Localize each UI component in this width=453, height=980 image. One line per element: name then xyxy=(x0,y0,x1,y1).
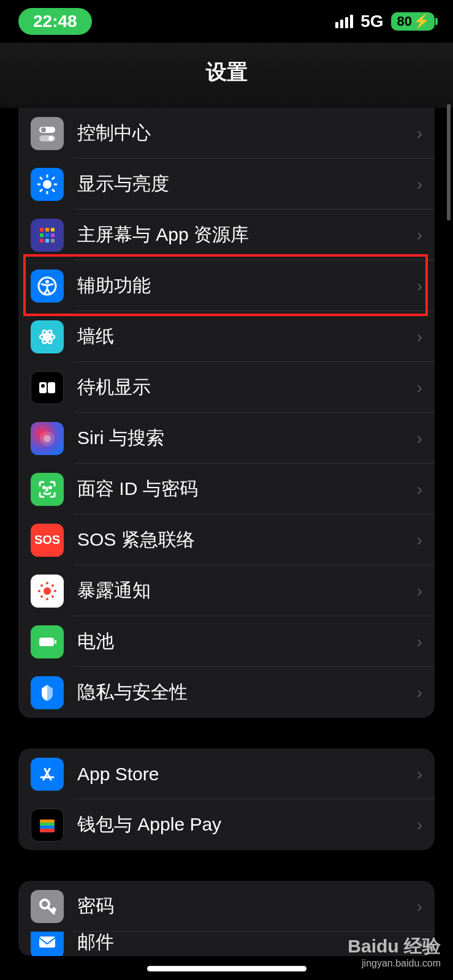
chevron-right-icon: › xyxy=(417,897,422,916)
settings-row-home-screen[interactable]: 主屏幕与 App 资源库› xyxy=(18,209,435,260)
settings-row-siri[interactable]: Siri 与搜索› xyxy=(18,413,435,464)
chevron-right-icon: › xyxy=(417,175,422,194)
home-screen-icon xyxy=(31,219,64,252)
svg-point-32 xyxy=(44,435,51,442)
settings-row-label: SOS 紧急联络 xyxy=(77,527,417,552)
settings-row-accessibility[interactable]: 辅助功能› xyxy=(18,260,435,311)
svg-line-12 xyxy=(40,189,42,192)
svg-point-4 xyxy=(43,180,51,189)
siri-icon xyxy=(31,422,64,455)
network-label: 5G xyxy=(360,12,383,31)
faceid-icon xyxy=(31,473,64,506)
settings-row-wallpaper[interactable]: 墙纸› xyxy=(18,311,435,362)
settings-group: App Store›钱包与 Apple Pay› xyxy=(18,748,435,850)
settings-row-battery[interactable]: 电池› xyxy=(18,616,435,667)
status-time: 22:48 xyxy=(18,8,92,35)
svg-point-41 xyxy=(51,584,54,587)
brightness-icon xyxy=(31,168,64,201)
settings-row-appstore[interactable]: App Store› xyxy=(18,748,435,799)
control-center-icon xyxy=(31,117,64,150)
svg-rect-52 xyxy=(40,829,55,832)
svg-rect-44 xyxy=(39,638,54,646)
settings-row-exposure[interactable]: 暴露通知› xyxy=(18,565,435,616)
status-right: 5G 80⚡ xyxy=(335,12,435,31)
chevron-right-icon: › xyxy=(417,276,422,296)
svg-rect-13 xyxy=(40,228,44,232)
svg-point-38 xyxy=(38,590,40,592)
settings-row-label: Siri 与搜索 xyxy=(77,426,417,451)
svg-point-34 xyxy=(50,486,51,488)
watermark: Baidu 经验 jingyan.baidu.com xyxy=(348,935,441,969)
settings-row-privacy[interactable]: 隐私与安全性› xyxy=(18,667,435,718)
svg-line-11 xyxy=(52,177,55,179)
battery-icon: 80⚡ xyxy=(391,12,435,31)
mail-icon xyxy=(31,932,64,956)
svg-rect-19 xyxy=(40,239,44,243)
wallet-icon xyxy=(31,809,64,842)
svg-point-3 xyxy=(48,136,53,141)
standby-icon xyxy=(31,371,64,404)
settings-row-label: 面容 ID 与密码 xyxy=(77,477,417,502)
svg-line-9 xyxy=(40,177,42,179)
svg-rect-16 xyxy=(40,233,44,237)
settings-row-label: 密码 xyxy=(77,894,417,919)
svg-rect-14 xyxy=(45,228,49,232)
chevron-right-icon: › xyxy=(417,815,422,835)
svg-rect-30 xyxy=(48,382,55,393)
chevron-right-icon: › xyxy=(417,378,422,398)
home-indicator[interactable] xyxy=(147,966,306,971)
svg-point-29 xyxy=(41,384,45,388)
settings-row-label: 待机显示 xyxy=(77,375,417,400)
settings-row-label: 墙纸 xyxy=(77,324,417,349)
page-header: 设置 xyxy=(0,43,453,108)
wallpaper-icon xyxy=(31,320,64,353)
svg-point-39 xyxy=(54,590,56,592)
settings-row-wallet[interactable]: 钱包与 Apple Pay› xyxy=(18,799,435,850)
settings-row-label: App Store xyxy=(77,764,417,785)
signal-icon xyxy=(335,15,353,28)
svg-point-43 xyxy=(51,595,54,598)
exposure-icon xyxy=(31,575,64,608)
chevron-right-icon: › xyxy=(417,632,422,652)
svg-rect-21 xyxy=(51,239,55,243)
settings-row-label: 主屏幕与 App 资源库 xyxy=(77,222,417,247)
settings-row-passwords[interactable]: 密码› xyxy=(18,881,435,932)
settings-row-sos[interactable]: SOSSOS 紧急联络› xyxy=(18,514,435,565)
svg-rect-17 xyxy=(45,233,49,237)
svg-rect-54 xyxy=(39,937,55,948)
svg-point-33 xyxy=(44,486,45,488)
settings-row-label: 辅助功能 xyxy=(77,273,417,298)
svg-point-1 xyxy=(41,127,46,132)
chevron-right-icon: › xyxy=(417,225,422,245)
settings-row-label: 钱包与 Apple Pay xyxy=(77,812,417,837)
status-bar: 22:48 5G 80⚡ xyxy=(0,0,453,43)
settings-row-faceid[interactable]: 面容 ID 与密码› xyxy=(18,464,435,514)
svg-point-40 xyxy=(40,584,43,587)
settings-row-label: 电池 xyxy=(77,629,417,654)
settings-row-label: 暴露通知 xyxy=(77,578,417,603)
privacy-icon xyxy=(31,676,64,709)
settings-row-standby[interactable]: 待机显示› xyxy=(18,362,435,413)
settings-row-label: 显示与亮度 xyxy=(77,172,417,197)
svg-line-10 xyxy=(52,189,55,192)
settings-row-control-center[interactable]: 控制中心› xyxy=(18,108,435,159)
battery-icon xyxy=(31,625,64,658)
sos-icon: SOS xyxy=(31,524,64,557)
svg-point-35 xyxy=(44,587,51,595)
scrollbar[interactable] xyxy=(447,104,451,221)
chevron-right-icon: › xyxy=(417,124,422,143)
appstore-icon xyxy=(31,758,64,791)
svg-point-37 xyxy=(46,598,48,600)
chevron-right-icon: › xyxy=(417,530,422,550)
svg-rect-45 xyxy=(55,640,56,644)
svg-point-23 xyxy=(45,280,49,284)
accessibility-icon xyxy=(31,270,64,303)
settings-group: 控制中心›显示与亮度›主屏幕与 App 资源库›辅助功能›墙纸›待机显示›Sir… xyxy=(18,108,435,718)
passwords-icon xyxy=(31,890,64,923)
chevron-right-icon: › xyxy=(417,764,422,784)
page-title: 设置 xyxy=(0,58,453,86)
svg-rect-20 xyxy=(45,239,49,243)
svg-point-42 xyxy=(40,595,43,598)
chevron-right-icon: › xyxy=(417,429,422,448)
settings-row-display[interactable]: 显示与亮度› xyxy=(18,159,435,209)
